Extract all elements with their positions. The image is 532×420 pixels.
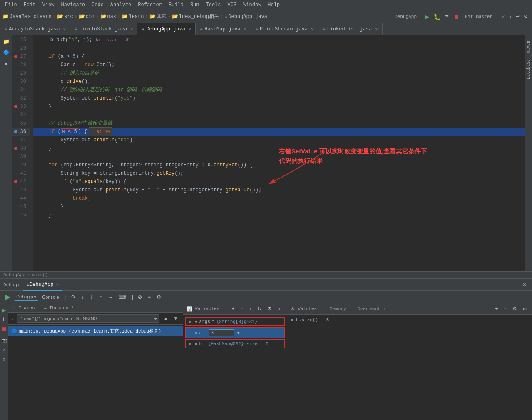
var-a[interactable]: ■ a = ▼ bbox=[185, 327, 285, 338]
breadcrumb-idea-debug[interactable]: 📂 Idea_debug相关 bbox=[172, 13, 219, 20]
minimize-panel-btn[interactable]: — bbox=[510, 281, 519, 289]
thread-down-btn[interactable]: ▼ bbox=[172, 315, 179, 322]
pause-icon[interactable]: ⏸ bbox=[1, 316, 7, 323]
menu-navigate[interactable]: Navigate bbox=[57, 1, 88, 9]
tab-debugapp-panel[interactable]: ☕ DebugApp ✕ bbox=[23, 279, 62, 291]
restore-btn[interactable]: ↻ bbox=[255, 305, 264, 312]
breadcrumb-learn[interactable]: 📂 learn bbox=[122, 13, 144, 20]
menu-edit[interactable]: Edit bbox=[20, 1, 39, 9]
thread-selector: ✓ "main"@1 in group "main": RUNNING ▲ ▼ bbox=[8, 312, 183, 325]
frame-item-main[interactable]: 🔵 main:36, DebugApp (com.max.learn.其它.Id… bbox=[8, 326, 183, 336]
menu-tools[interactable]: Tools bbox=[203, 1, 224, 9]
watch-infinity-btn[interactable]: ∞ bbox=[521, 305, 529, 312]
add-watch-btn[interactable]: + bbox=[229, 305, 236, 312]
breadcrumb-project[interactable]: 📁 JavaBasicLearn bbox=[2, 13, 52, 20]
tab-linkedlist[interactable]: ☕ LinkedList.java ✕ bbox=[318, 23, 382, 35]
remove-watch-btn2[interactable]: − bbox=[502, 305, 509, 312]
console-tab-btn[interactable]: Console bbox=[40, 294, 61, 300]
infinity-btn[interactable]: ∞ bbox=[276, 305, 283, 312]
code-editor[interactable]: 25 26 27 28 29 30 31 32 33 bbox=[12, 35, 525, 271]
undo-button[interactable]: ↩ bbox=[514, 13, 521, 20]
git-update-button[interactable]: ↓ bbox=[493, 13, 499, 20]
menu-run[interactable]: Run bbox=[187, 1, 203, 9]
breadcrumb-com[interactable]: 📂 com bbox=[79, 13, 95, 20]
variables-header: 📊 Variables + − ↕ ↻ ⚙ ∞ bbox=[183, 303, 287, 315]
thread-up-btn[interactable]: ▲ bbox=[162, 315, 169, 322]
close-icon[interactable]: ✕ bbox=[244, 27, 246, 32]
line-num-26: 26 bbox=[12, 44, 30, 52]
settings-button[interactable]: ⚙ bbox=[522, 13, 530, 20]
breadcrumb-other[interactable]: 📂 其它 bbox=[149, 13, 167, 20]
camera-icon[interactable]: 📷 bbox=[1, 337, 7, 344]
rerun-icon[interactable]: ↺ bbox=[1, 347, 7, 353]
var-dropdown-btn[interactable]: ▼ bbox=[236, 330, 241, 335]
watches-content: ■ b.size() = 5 bbox=[287, 315, 532, 420]
menu-analyze[interactable]: Analyze bbox=[107, 1, 134, 9]
close-icon[interactable]: ✕ bbox=[375, 27, 378, 32]
gear-icon[interactable]: ⚙ bbox=[1, 356, 7, 363]
run-to-cursor-btn[interactable]: → bbox=[106, 293, 115, 301]
close-icon[interactable]: ✕ bbox=[63, 27, 66, 32]
remove-watch-btn[interactable]: − bbox=[238, 305, 245, 312]
settings-btn[interactable]: ⚙ bbox=[154, 293, 163, 301]
evaluate-btn[interactable]: ⌨ bbox=[117, 293, 128, 301]
breadcrumb-max[interactable]: 📂 max bbox=[100, 13, 117, 20]
code-lines[interactable]: b.put("e", 1); b: size = 5 if (a > 5) { … bbox=[33, 35, 525, 271]
close-icon[interactable]: ✕ bbox=[311, 27, 313, 32]
step-out-btn[interactable]: ↑ bbox=[97, 293, 104, 301]
menu-vcs[interactable]: VCS bbox=[224, 1, 240, 9]
menu-help[interactable]: Help bbox=[264, 1, 283, 9]
maven-tab[interactable]: Maven bbox=[525, 38, 532, 56]
tab-hashmap[interactable]: ☕ HashMap.java ✕ bbox=[196, 23, 251, 35]
breadcrumb-file[interactable]: ☕ DebugApp.java bbox=[224, 13, 267, 20]
code-line-39 bbox=[37, 152, 521, 161]
resume-btn[interactable]: ▶ bbox=[3, 292, 12, 302]
sort-btn[interactable]: ↕ bbox=[247, 305, 254, 312]
main-wrapper: 📁 🔷 ★ 25 26 27 28 29 bbox=[0, 35, 532, 420]
breadcrumb-src[interactable]: 📂 src bbox=[57, 13, 73, 20]
tab-debugapp[interactable]: ☕ DebugApp.java ✕ bbox=[137, 23, 196, 35]
tab-arraytostack[interactable]: ☕ ArrayToStack.java ✕ bbox=[0, 23, 70, 35]
menu-view[interactable]: View bbox=[39, 1, 58, 9]
var-b[interactable]: ▶ ■ b = {HashMap@532} size = 5 bbox=[185, 339, 285, 348]
menu-build[interactable]: Build bbox=[165, 1, 187, 9]
watch-b-size[interactable]: ■ b.size() = 5 bbox=[291, 316, 529, 324]
editor-and-bottom: 📁 🔷 ★ 25 26 27 28 29 bbox=[0, 35, 532, 420]
menu-refactor[interactable]: Refactor bbox=[134, 1, 165, 9]
tab-linktostack[interactable]: ☕ LinkToStack.java ✕ bbox=[70, 23, 137, 35]
menu-code[interactable]: Code bbox=[88, 1, 107, 9]
run-button[interactable]: ▶ bbox=[423, 12, 431, 21]
var-a-input[interactable] bbox=[209, 329, 234, 336]
step-into-btn[interactable]: ↓ bbox=[79, 293, 86, 301]
debugger-tab-btn[interactable]: Debugger bbox=[14, 293, 38, 301]
close-panel-btn[interactable]: ✕ bbox=[520, 281, 529, 289]
database-tab[interactable]: Database bbox=[525, 57, 532, 82]
force-step-into-btn[interactable]: ⇓ bbox=[87, 293, 96, 301]
stop-button[interactable]: ⏹ bbox=[452, 12, 461, 21]
watch-settings-btn[interactable]: ⚙ bbox=[510, 305, 519, 312]
thread-dropdown[interactable]: "main"@1 in group "main": RUNNING bbox=[17, 314, 159, 322]
stop-icon[interactable]: ⏹ bbox=[1, 326, 7, 332]
coverage-button[interactable]: ☂ bbox=[443, 13, 451, 20]
favorites-icon[interactable]: ★ bbox=[1, 58, 11, 68]
close-icon[interactable]: ✕ bbox=[130, 27, 133, 32]
resume-icon[interactable]: ▶ bbox=[1, 307, 7, 313]
close-icon[interactable]: ✕ bbox=[189, 27, 191, 32]
settings-btn2[interactable]: ⚙ bbox=[265, 305, 274, 312]
git-commit-button[interactable]: ✓ bbox=[500, 13, 507, 20]
menu-window[interactable]: Window bbox=[240, 1, 264, 9]
var-args[interactable]: ▶ ● args = {String[0]@531} bbox=[185, 317, 285, 326]
menu-file[interactable]: File bbox=[2, 1, 20, 9]
code-line-40: for (Map.Entry<String, Integer> stringIn… bbox=[37, 161, 521, 169]
mute-breakpoints-btn[interactable]: ⊘ bbox=[136, 293, 144, 301]
project-panel-icon[interactable]: 📁 bbox=[1, 37, 11, 47]
get-thread-dump-btn[interactable]: ≡ bbox=[146, 293, 153, 301]
git-push-button[interactable]: ↑ bbox=[508, 13, 514, 20]
structure-icon[interactable]: 🔷 bbox=[1, 48, 11, 58]
tab-printstream[interactable]: ☕ PrintStream.java ✕ bbox=[251, 23, 318, 35]
debug-run-button[interactable]: 🐛 bbox=[432, 12, 442, 21]
step-over-btn[interactable]: ↷ bbox=[69, 293, 77, 301]
close-icon[interactable]: ✕ bbox=[56, 282, 58, 287]
add-watch-btn2[interactable]: + bbox=[493, 305, 500, 312]
run-config-selector[interactable]: DebugApp bbox=[391, 13, 420, 20]
